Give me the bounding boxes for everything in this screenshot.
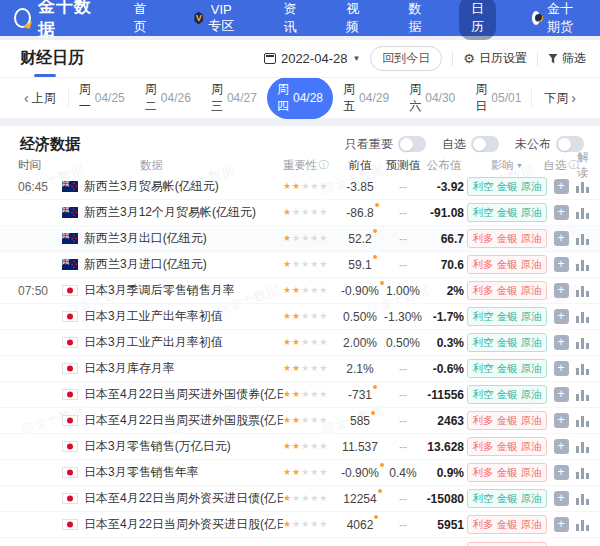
add-favorite-button[interactable]: + [554, 465, 569, 480]
nav-item-VIP专区[interactable]: V VIP专区 [184, 0, 245, 39]
nav-item-数据[interactable]: 数据 [397, 0, 434, 40]
chart-icon[interactable] [576, 389, 590, 401]
previous-value: -3.85 [346, 180, 373, 194]
table-row[interactable]: 日本至4月22日当周买进外国股票(亿日元) ★★★★★ 585 -- 2463 … [0, 408, 600, 434]
country-flag-icon [62, 311, 78, 322]
table-header: 时间 数据 重要性ⓘ 前值 预测值 公布值 影响▼ 自选ⓘ 解读 [0, 156, 600, 174]
back-to-today-button[interactable]: 回到今日 [370, 46, 442, 71]
add-favorite-button[interactable]: + [554, 439, 569, 454]
indicator-name: 日本至4月22日当周外资买进日股(亿日元) [84, 516, 283, 533]
chart-icon[interactable] [576, 181, 590, 193]
nav-item-首页[interactable]: 首页 [122, 0, 159, 40]
forecast-value: -1.30% [382, 310, 424, 324]
table-body: 06:45 新西兰3月贸易帐(亿纽元) ★★★★★ -3.85 -- -3.92… [0, 174, 600, 546]
nav-item-金十期货[interactable]: 金十期货 [522, 0, 586, 40]
header-impact[interactable]: 影响▼ [464, 158, 550, 173]
table-row[interactable]: 日本至4月22日当周外资买进日股(亿日元) ★★★★★ 4062 -- 5951… [0, 512, 600, 538]
country-flag-icon [62, 207, 78, 218]
week-days: 周一 04/25 周二 04/26 周三 04/27 周四 04/28 周五 0… [69, 77, 532, 119]
toggle-switch[interactable] [471, 136, 499, 152]
day-date: 04/28 [293, 91, 323, 105]
revision-dot-icon [374, 515, 378, 519]
table-row[interactable]: 日本3月工业产出月率初值 ★★★★★ 2.00% 0.50% 0.3% 利空 金… [0, 330, 600, 356]
nav-item-视频[interactable]: 视频 [334, 0, 371, 40]
day-tab-05/01[interactable]: 周日 05/01 [465, 77, 531, 119]
nav-item-资讯[interactable]: 资讯 [272, 0, 309, 40]
nav-item-日历[interactable]: 日历 [459, 0, 496, 40]
table-row[interactable]: 06:45 新西兰3月贸易帐(亿纽元) ★★★★★ -3.85 -- -3.92… [0, 174, 600, 200]
toggle-自选[interactable]: 自选 [442, 136, 499, 153]
impact-badge: 利空 金银 原油 [467, 333, 548, 352]
brand[interactable]: 金十数据 [14, 0, 96, 41]
previous-value: -0.90% [341, 466, 379, 480]
add-favorite-button[interactable]: + [554, 309, 569, 324]
day-tab-04/25[interactable]: 周一 04/25 [69, 77, 135, 119]
add-favorite-button[interactable]: + [554, 257, 569, 272]
chart-icon[interactable] [576, 441, 590, 453]
actual-value: -91.08 [424, 206, 464, 220]
toggle-group: 只看重要 自选 未公布 [345, 136, 584, 153]
day-date: 04/30 [425, 91, 455, 105]
day-tab-04/28[interactable]: 周四 04/28 [267, 77, 333, 119]
table-row[interactable]: 新西兰3月12个月贸易帐(亿纽元) ★★★★★ -86.8 -- -91.08 … [0, 200, 600, 226]
add-favorite-button[interactable]: + [554, 413, 569, 428]
toggle-switch[interactable] [398, 136, 426, 152]
add-favorite-button[interactable]: + [554, 491, 569, 506]
chart-icon[interactable] [576, 233, 590, 245]
forecast-value: -- [382, 180, 424, 194]
table-row[interactable]: 日本3月零售销售(万亿日元) ★★★★★ 11.537 -- 13.628 利多… [0, 434, 600, 460]
actual-value: -3.92 [424, 180, 464, 194]
chart-icon[interactable] [576, 467, 590, 479]
indicator-name: 日本3月工业产出年率初值 [84, 308, 223, 325]
next-week-button[interactable]: 下周 › [531, 88, 588, 108]
chart-icon[interactable] [576, 415, 590, 427]
add-favorite-button[interactable]: + [554, 361, 569, 376]
chart-icon[interactable] [576, 259, 590, 271]
table-row[interactable]: 日本3月库存月率 ★★★★★ 2.1% -- -0.6% 利空 金银 原油 + [0, 356, 600, 382]
revision-dot-icon [371, 411, 375, 415]
calendar-settings-button[interactable]: ⚙ 日历设置 [463, 50, 527, 67]
chart-icon[interactable] [576, 207, 590, 219]
table-row[interactable]: 日本3月零售销售年率 ★★★★★ -0.90% 0.4% 0.9% 利多 金银 … [0, 460, 600, 486]
chart-icon[interactable] [576, 311, 590, 323]
add-favorite-button[interactable]: + [554, 205, 569, 220]
indicator-name: 日本至4月22日当周买进外国股票(亿日元) [84, 412, 283, 429]
chart-icon[interactable] [576, 363, 590, 375]
add-favorite-button[interactable]: + [554, 283, 569, 298]
toggle-只看重要[interactable]: 只看重要 [345, 136, 426, 153]
date-picker[interactable]: 2022-04-28 ▼ [264, 51, 360, 66]
forecast-value: 1.00% [382, 284, 424, 298]
day-weekday: 周日 [475, 81, 487, 115]
table-row[interactable]: 利多 金银 原油 + [0, 538, 600, 546]
filter-button[interactable]: 筛选 [548, 50, 586, 67]
add-favorite-button[interactable]: + [554, 387, 569, 402]
add-favorite-button[interactable]: + [554, 335, 569, 350]
info-icon[interactable]: ⓘ [319, 158, 329, 172]
indicator-name: 新西兰3月贸易帐(亿纽元) [84, 178, 219, 195]
prev-week-button[interactable]: ‹ 上周 [12, 88, 69, 108]
table-row[interactable]: 07:50 日本3月季调后零售销售月率 ★★★★★ -0.90% 1.00% 2… [0, 278, 600, 304]
day-tab-04/27[interactable]: 周三 04/27 [201, 77, 267, 119]
day-tab-04/29[interactable]: 周五 04/29 [333, 77, 399, 119]
chart-icon[interactable] [576, 285, 590, 297]
calendar-icon [264, 53, 276, 64]
table-row[interactable]: 新西兰3月进口(亿纽元) ★★★★★ 59.1 -- 70.6 利多 金银 原油… [0, 252, 600, 278]
table-row[interactable]: 新西兰3月出口(亿纽元) ★★★★★ 52.2 -- 66.7 利多 金银 原油… [0, 226, 600, 252]
forecast-value: -- [382, 362, 424, 376]
table-row[interactable]: 日本至4月22日当周买进外国债券(亿日元) ★★★★★ -731 -- -115… [0, 382, 600, 408]
day-tab-04/30[interactable]: 周六 04/30 [399, 77, 465, 119]
chart-icon[interactable] [576, 337, 590, 349]
divider [537, 52, 538, 66]
chevron-right-icon: › [571, 91, 576, 105]
chevron-down-icon: ▼ [516, 162, 523, 169]
chart-icon[interactable] [576, 519, 590, 531]
add-favorite-button[interactable]: + [554, 231, 569, 246]
day-tab-04/26[interactable]: 周二 04/26 [135, 77, 201, 119]
table-row[interactable]: 日本至4月22日当周外资买进日债(亿日元) ★★★★★ 12254 -- -15… [0, 486, 600, 512]
chart-icon[interactable] [576, 493, 590, 505]
add-favorite-button[interactable]: + [554, 179, 569, 194]
add-favorite-button[interactable]: + [554, 517, 569, 532]
table-row[interactable]: 日本3月工业产出年率初值 ★★★★★ 0.50% -1.30% -1.7% 利空… [0, 304, 600, 330]
indicator-name: 日本3月零售销售(万亿日元) [84, 438, 231, 455]
country-flag-icon [62, 181, 78, 192]
